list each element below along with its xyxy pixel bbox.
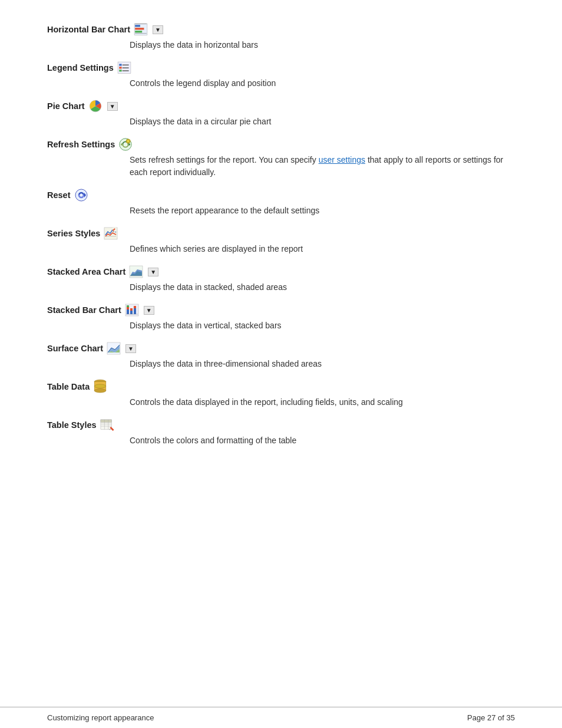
svg-rect-8 — [119, 67, 121, 68]
entry-legend-settings: Legend Settings Controls the legend disp… — [47, 62, 515, 90]
refresh-settings-icon — [118, 139, 133, 150]
horizontal-bar-chart-title: Horizontal Bar Chart — [47, 25, 130, 34]
stacked-bar-chart-title: Stacked Bar Chart — [47, 305, 121, 315]
entry-header: Stacked Area Chart ▼ — [47, 266, 515, 278]
series-styles-title: Series Styles — [47, 229, 100, 238]
table-data-title: Table Data — [47, 382, 90, 391]
surface-chart-desc: Displays the data in three-dimensional s… — [130, 358, 515, 370]
svg-rect-7 — [119, 64, 121, 65]
entry-refresh-settings: Refresh Settings — [47, 139, 515, 179]
table-styles-title: Table Styles — [47, 420, 97, 430]
pie-chart-desc: Displays the data in a circular pie char… — [130, 116, 515, 128]
entry-header: Reset — [47, 189, 515, 201]
stacked-area-chart-title: Stacked Area Chart — [47, 267, 125, 276]
svg-point-18 — [127, 140, 130, 143]
entry-stacked-area-chart: Stacked Area Chart ▼ Displays the data i… — [47, 266, 515, 294]
reset-icon — [74, 189, 88, 201]
pie-chart-dropdown[interactable]: ▼ — [107, 102, 118, 111]
svg-rect-12 — [123, 70, 129, 71]
entry-header: Pie Chart ▼ — [47, 100, 515, 112]
entry-header: Series Styles — [47, 228, 515, 239]
svg-rect-41 — [134, 306, 136, 308]
svg-rect-4 — [135, 24, 147, 24]
entry-header: Table Data — [47, 381, 515, 393]
svg-point-48 — [94, 388, 106, 393]
stacked-bar-chart-desc: Displays the data in vertical, stacked b… — [130, 319, 515, 332]
svg-rect-20 — [128, 142, 128, 143]
entry-reset: Reset Resets the report appearance to th… — [47, 189, 515, 217]
svg-rect-9 — [119, 70, 121, 71]
entry-header: Refresh Settings — [47, 139, 515, 150]
legend-settings-desc: Controls the legend display and position — [130, 77, 515, 90]
svg-rect-1 — [135, 25, 140, 27]
pie-chart-icon — [88, 100, 103, 112]
svg-rect-19 — [128, 139, 128, 140]
table-styles-desc: Controls the colors and formatting of th… — [130, 434, 515, 447]
svg-point-49 — [94, 384, 106, 388]
footer-left: Customizing report appearance — [47, 713, 154, 722]
svg-rect-51 — [100, 420, 111, 423]
svg-rect-21 — [126, 141, 127, 141]
svg-rect-22 — [130, 141, 131, 141]
entry-stacked-bar-chart: Stacked Bar Chart ▼ Displays the data in… — [47, 304, 515, 332]
stacked-bar-chart-dropdown[interactable]: ▼ — [144, 306, 154, 315]
entry-table-data: Table Data Controls the data displayed i… — [47, 381, 515, 409]
svg-rect-36 — [127, 307, 129, 309]
entry-header: Surface Chart ▼ — [47, 342, 515, 354]
stacked-area-chart-desc: Displays the data in stacked, shaded are… — [130, 281, 515, 294]
legend-settings-title: Legend Settings — [47, 63, 114, 73]
entry-header: Horizontal Bar Chart ▼ — [47, 24, 515, 35]
stacked-bar-chart-icon — [125, 304, 139, 316]
reset-desc: Resets the report appearance to the defa… — [130, 205, 515, 217]
svg-rect-37 — [127, 305, 129, 307]
entry-header: Table Styles — [47, 419, 515, 431]
surface-chart-title: Surface Chart — [47, 344, 103, 353]
page-content: Horizontal Bar Chart ▼ Displays the data… — [0, 0, 562, 516]
table-styles-icon — [100, 419, 114, 431]
svg-rect-35 — [127, 309, 129, 314]
entry-header: Legend Settings — [47, 62, 515, 74]
svg-rect-40 — [134, 308, 136, 314]
entry-table-styles: Table Styles Controls the colors and for… — [47, 419, 515, 447]
refresh-settings-desc: Sets refresh settings for the report. Yo… — [130, 154, 515, 179]
stacked-area-chart-dropdown[interactable]: ▼ — [148, 268, 158, 276]
horizontal-bar-chart-icon — [134, 24, 148, 35]
footer-right: Page 27 of 35 — [467, 713, 515, 722]
reset-title: Reset — [47, 190, 71, 200]
pie-chart-title: Pie Chart — [47, 101, 85, 111]
page-footer: Customizing report appearance Page 27 of… — [0, 707, 562, 728]
svg-rect-10 — [123, 65, 129, 66]
entry-header: Stacked Bar Chart ▼ — [47, 304, 515, 316]
svg-rect-2 — [135, 28, 144, 29]
entry-horizontal-bar-chart: Horizontal Bar Chart ▼ Displays the data… — [47, 24, 515, 51]
series-styles-icon — [104, 228, 118, 239]
table-data-desc: Controls the data displayed in the repor… — [130, 396, 515, 409]
surface-chart-dropdown[interactable]: ▼ — [125, 344, 136, 353]
svg-rect-39 — [130, 308, 133, 311]
legend-settings-icon — [117, 62, 131, 74]
horizontal-bar-chart-dropdown[interactable]: ▼ — [153, 25, 163, 34]
svg-rect-5 — [135, 34, 147, 34]
table-data-icon — [93, 381, 107, 393]
entry-surface-chart: Surface Chart ▼ Displays the data in thr… — [47, 342, 515, 370]
svg-rect-11 — [123, 67, 129, 68]
horizontal-bar-chart-desc: Displays the data in horizontal bars — [130, 39, 515, 51]
stacked-area-chart-icon — [129, 266, 143, 278]
svg-rect-38 — [130, 311, 133, 314]
svg-rect-3 — [135, 31, 142, 32]
refresh-settings-title: Refresh Settings — [47, 140, 115, 149]
entry-pie-chart: Pie Chart ▼ Displays the data in a circu… — [47, 100, 515, 128]
entry-series-styles: Series Styles Defines which series are d… — [47, 228, 515, 255]
surface-chart-icon — [107, 342, 121, 354]
user-settings-link[interactable]: user settings — [319, 155, 365, 164]
series-styles-desc: Defines which series are displayed in th… — [130, 243, 515, 255]
